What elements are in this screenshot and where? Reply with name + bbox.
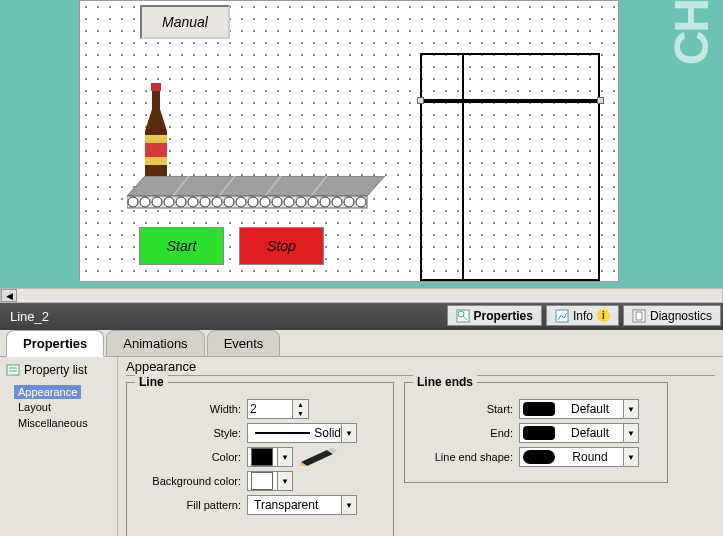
- shape-rect-main[interactable]: [420, 101, 600, 281]
- tab-diagnostics[interactable]: Diagnostics: [623, 305, 721, 326]
- svg-marker-39: [301, 450, 333, 466]
- property-list-header[interactable]: Property list: [0, 361, 117, 379]
- chevron-down-icon[interactable]: ▼: [623, 448, 638, 466]
- end-label: End:: [415, 427, 519, 439]
- chevron-down-icon[interactable]: ▼: [623, 424, 638, 442]
- end-value: Default: [571, 426, 609, 440]
- svg-point-22: [272, 197, 282, 207]
- svg-rect-3: [145, 143, 167, 157]
- svg-point-12: [152, 197, 162, 207]
- svg-point-23: [284, 197, 294, 207]
- horizontal-scrollbar[interactable]: ◀: [0, 288, 723, 303]
- width-input[interactable]: [247, 399, 293, 419]
- svg-point-16: [200, 197, 210, 207]
- shape-value: Round: [572, 450, 607, 464]
- info-badge-icon: i: [597, 309, 610, 322]
- start-label: Start:: [415, 403, 519, 415]
- line-end-preview-icon: [523, 402, 555, 416]
- sidebar-item-miscellaneous[interactable]: Miscellaneous: [0, 415, 117, 431]
- bgcolor-combo[interactable]: ▼: [247, 471, 293, 491]
- section-title: Appearance: [126, 359, 715, 376]
- tab-label: Info: [573, 309, 593, 323]
- bottle-icon[interactable]: [131, 83, 181, 182]
- svg-point-10: [128, 197, 138, 207]
- shape-combo[interactable]: Round ▼: [519, 447, 639, 467]
- bgcolor-label: Background color:: [137, 475, 247, 487]
- svg-point-14: [176, 197, 186, 207]
- svg-point-29: [356, 197, 366, 207]
- line-end-preview-icon: [523, 450, 555, 464]
- group-line-ends: Line ends Start: Default ▼ End:: [404, 382, 668, 483]
- fill-combo[interactable]: Transparent ▼: [247, 495, 357, 515]
- selection-handle[interactable]: [597, 97, 604, 104]
- svg-rect-36: [7, 365, 19, 375]
- selection-handle[interactable]: [417, 97, 424, 104]
- design-canvas[interactable]: Manual: [79, 0, 619, 282]
- start-combo[interactable]: Default ▼: [519, 399, 639, 419]
- svg-point-17: [212, 197, 222, 207]
- info-icon: [555, 309, 569, 323]
- width-spinner[interactable]: ▲▼: [293, 399, 309, 419]
- tab-label: Diagnostics: [650, 309, 712, 323]
- brand-letters: CH: [664, 0, 719, 65]
- color-label: Color:: [137, 451, 247, 463]
- svg-point-20: [248, 197, 258, 207]
- group-title: Line: [135, 375, 168, 389]
- stop-button[interactable]: Stop: [239, 227, 324, 265]
- chevron-down-icon[interactable]: ▼: [277, 472, 292, 490]
- end-combo[interactable]: Default ▼: [519, 423, 639, 443]
- panel-tab-properties[interactable]: Properties: [6, 330, 104, 357]
- chevron-down-icon[interactable]: ▼: [277, 448, 292, 466]
- line-preview-icon: [255, 432, 310, 434]
- svg-point-13: [164, 197, 174, 207]
- svg-point-19: [236, 197, 246, 207]
- panel-tab-animations[interactable]: Animations: [106, 330, 204, 357]
- sidebar-item-appearance[interactable]: Appearance: [14, 385, 81, 399]
- tab-info[interactable]: Info i: [546, 305, 619, 326]
- conveyor-icon[interactable]: [127, 176, 385, 213]
- svg-rect-0: [151, 83, 161, 91]
- style-combo[interactable]: Solid ▼: [247, 423, 357, 443]
- svg-point-11: [140, 197, 150, 207]
- color-combo[interactable]: ▼: [247, 447, 293, 467]
- tab-label: Properties: [474, 309, 533, 323]
- panel-tab-events[interactable]: Events: [207, 330, 281, 357]
- shape-rect-top[interactable]: [420, 53, 600, 101]
- chevron-down-icon[interactable]: ▼: [341, 424, 356, 442]
- property-list-label: Property list: [24, 363, 87, 377]
- svg-point-15: [188, 197, 198, 207]
- tab-properties[interactable]: Properties: [447, 305, 542, 326]
- color-swatch: [251, 472, 273, 490]
- pencil-icon: [299, 448, 339, 466]
- svg-point-24: [296, 197, 306, 207]
- svg-point-27: [332, 197, 342, 207]
- shape-label: Line end shape:: [415, 451, 519, 463]
- group-line: Line Width: ▲▼ Style: Solid ▼: [126, 382, 394, 536]
- group-title: Line ends: [413, 375, 477, 389]
- svg-point-21: [260, 197, 270, 207]
- fill-label: Fill pattern:: [137, 499, 247, 511]
- start-value: Default: [571, 402, 609, 416]
- width-label: Width:: [137, 403, 247, 415]
- svg-marker-4: [127, 176, 385, 196]
- style-label: Style:: [137, 427, 247, 439]
- svg-point-18: [224, 197, 234, 207]
- line-end-preview-icon: [523, 426, 555, 440]
- start-button[interactable]: Start: [139, 227, 224, 265]
- style-value: Solid: [314, 426, 341, 440]
- diagnostics-icon: [632, 309, 646, 323]
- properties-icon: [456, 309, 470, 323]
- tree-icon: [6, 364, 20, 376]
- svg-point-25: [308, 197, 318, 207]
- color-swatch: [251, 448, 273, 466]
- scroll-left-icon[interactable]: ◀: [1, 289, 17, 302]
- chevron-down-icon[interactable]: ▼: [341, 496, 356, 514]
- sidebar-item-layout[interactable]: Layout: [0, 399, 117, 415]
- fill-value: Transparent: [251, 498, 318, 512]
- chevron-down-icon[interactable]: ▼: [623, 400, 638, 418]
- svg-point-28: [344, 197, 354, 207]
- manual-button[interactable]: Manual: [140, 5, 230, 39]
- svg-rect-1: [152, 91, 160, 109]
- svg-rect-9: [127, 196, 367, 208]
- object-name: Line_2: [0, 309, 49, 324]
